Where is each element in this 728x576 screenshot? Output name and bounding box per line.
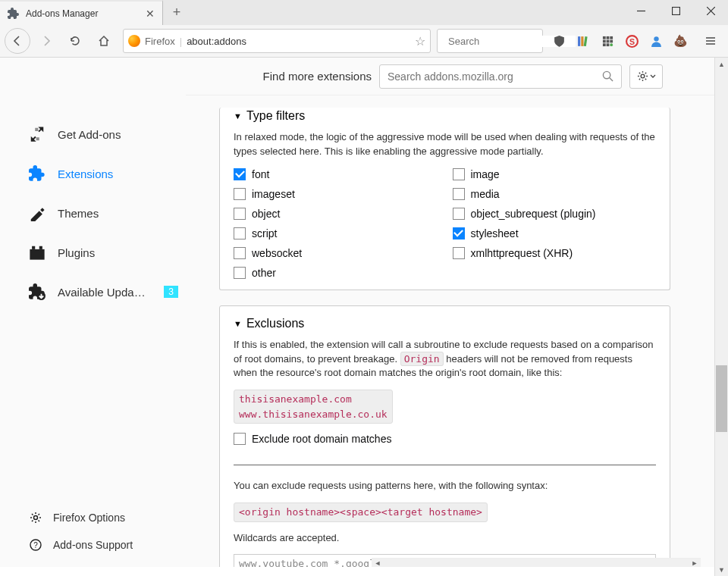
svg-text:S: S	[629, 36, 634, 45]
horizontal-scrollbar[interactable]: ◄ ►	[372, 558, 701, 567]
caret-down-icon: ▼	[234, 319, 242, 328]
svg-rect-11	[610, 36, 613, 39]
type-filter-stylesheet[interactable]: stylesheet	[453, 227, 657, 239]
sidebar-item-firefox-options[interactable]: Firefox Options	[29, 511, 178, 524]
svg-line-32	[610, 78, 613, 81]
checkbox-icon[interactable]	[234, 208, 246, 220]
nav-back-button[interactable]	[5, 28, 30, 54]
window-maximize-button[interactable]	[658, 0, 693, 22]
addons-search-input[interactable]	[388, 70, 602, 83]
type-filters-desc: In relaxed mode, the logic of the aggres…	[234, 130, 656, 159]
scrollbar-thumb[interactable]	[716, 365, 727, 432]
gear-icon	[29, 511, 42, 524]
svg-rect-9	[602, 36, 605, 39]
library-icon[interactable]	[573, 31, 593, 51]
type-filters-header[interactable]: ▼ Type filters	[234, 109, 656, 123]
addons-search-bar[interactable]	[379, 64, 622, 89]
checkbox-label: media	[471, 188, 500, 200]
type-filters-card: ▼ Type filters In relaxed mode, the logi…	[219, 108, 670, 290]
checkbox-label: script	[252, 227, 277, 239]
checkbox-label: xmlhttprequest (XHR)	[471, 247, 573, 259]
sidebar-item-label: Get Add-ons	[58, 128, 178, 141]
checkbox-icon[interactable]	[453, 188, 465, 200]
browser-tab[interactable]: Add-ons Manager ✕	[0, 0, 163, 25]
type-filter-xmlhttprequest[interactable]: xmlhttprequest (XHR)	[453, 247, 657, 259]
type-filter-object[interactable]: object	[234, 208, 438, 220]
checkbox-icon[interactable]	[453, 168, 465, 180]
tab-close-icon[interactable]: ✕	[146, 8, 155, 20]
type-filter-other[interactable]: other	[234, 267, 438, 279]
scroll-up-icon[interactable]: ▲	[715, 58, 728, 70]
checkbox-label: stylesheet	[471, 227, 519, 239]
svg-rect-26	[39, 246, 42, 249]
find-more-label: Find more extensions	[263, 70, 372, 83]
vertical-scrollbar[interactable]: ▲ ▼	[714, 58, 728, 576]
checkbox-icon[interactable]	[453, 247, 465, 259]
type-filter-media[interactable]: media	[453, 188, 657, 200]
caret-down-icon: ▼	[234, 111, 242, 121]
url-input[interactable]	[187, 36, 410, 47]
bookmark-star-icon[interactable]: ☆	[415, 34, 425, 49]
nav-reload-button[interactable]	[62, 28, 88, 54]
updates-badge: 3	[164, 286, 178, 298]
sidebar-item-updates[interactable]: Available Upda… 3	[29, 283, 178, 300]
tab-title: Add-ons Manager	[26, 8, 140, 19]
exclusions-header[interactable]: ▼ Exclusions	[234, 317, 656, 330]
checkbox-label: object_subrequest (plugin)	[471, 208, 596, 220]
type-filter-websocket[interactable]: websocket	[234, 247, 438, 259]
type-filter-font[interactable]: font	[234, 168, 438, 180]
sidebar-item-extensions[interactable]: Extensions	[29, 165, 178, 182]
sidebar-item-addons-support[interactable]: ? Add-ons Support	[29, 538, 178, 552]
url-bar[interactable]: Firefox | ☆	[123, 29, 431, 53]
exclude-root-domain-checkbox[interactable]: Exclude root domain matches	[234, 433, 656, 445]
type-filter-image[interactable]: image	[453, 168, 657, 180]
svg-point-33	[641, 74, 645, 78]
type-filter-script[interactable]: script	[234, 227, 438, 239]
type-filter-imageset[interactable]: imageset	[234, 188, 438, 200]
sidebar-item-plugins[interactable]: Plugins	[29, 244, 178, 261]
nav-home-button[interactable]	[91, 28, 117, 54]
grid-icon[interactable]	[598, 31, 617, 51]
checkbox-label: websocket	[252, 247, 302, 259]
checkbox-icon[interactable]	[234, 247, 246, 259]
svg-rect-24	[30, 249, 44, 260]
checkbox-icon[interactable]	[234, 168, 246, 180]
svg-rect-16	[606, 43, 609, 46]
sidebar-item-get-addons[interactable]: Get Add-ons	[29, 126, 178, 142]
code-syntax: <origin hostname><space><target hostname…	[234, 502, 488, 522]
search-bar[interactable]	[437, 29, 543, 53]
plugins-icon	[29, 244, 46, 261]
code-example: thisisanexample.com www.thisisanexample.…	[234, 390, 393, 424]
window-minimize-button[interactable]	[623, 0, 658, 22]
checkbox-icon[interactable]	[453, 208, 465, 220]
scroll-right-icon[interactable]: ►	[689, 559, 701, 567]
ublock-icon[interactable]	[549, 31, 569, 51]
sidebar-item-themes[interactable]: Themes	[29, 205, 178, 221]
svg-rect-1	[672, 8, 679, 15]
checkbox-label: object	[252, 208, 280, 220]
ext-pink-poo-icon[interactable]: 💩	[670, 31, 690, 51]
addons-tools-button[interactable]	[629, 64, 663, 89]
help-icon: ?	[29, 538, 42, 552]
app-menu-button[interactable]	[698, 28, 723, 54]
scroll-down-icon[interactable]: ▼	[715, 563, 728, 576]
svg-rect-14	[610, 39, 613, 42]
checkbox-icon[interactable]	[234, 267, 246, 279]
exclusions-desc3: Wildcards are accepted.	[234, 531, 656, 546]
svg-point-20	[654, 36, 658, 41]
type-filter-objectsubrequestplugin[interactable]: object_subrequest (plugin)	[453, 208, 657, 220]
window-close-button[interactable]	[693, 0, 728, 22]
new-tab-button[interactable]: +	[163, 0, 190, 25]
ext-red-s-icon[interactable]: S	[622, 31, 642, 51]
scroll-left-icon[interactable]: ◄	[372, 559, 384, 567]
svg-rect-6	[578, 36, 580, 46]
checkbox-icon[interactable]	[234, 227, 246, 239]
sidebar-item-label: Add-ons Support	[53, 539, 178, 551]
addons-favicon-icon	[8, 8, 20, 20]
checkbox-icon[interactable]	[234, 188, 246, 200]
checkbox-icon[interactable]	[234, 433, 246, 445]
sidebar-item-label: Themes	[58, 207, 178, 220]
ext-blue-person-icon[interactable]	[646, 31, 666, 51]
checkbox-icon[interactable]	[453, 227, 465, 239]
addons-content: Get Add-ons Extensions Themes Plugins Av…	[0, 58, 714, 567]
